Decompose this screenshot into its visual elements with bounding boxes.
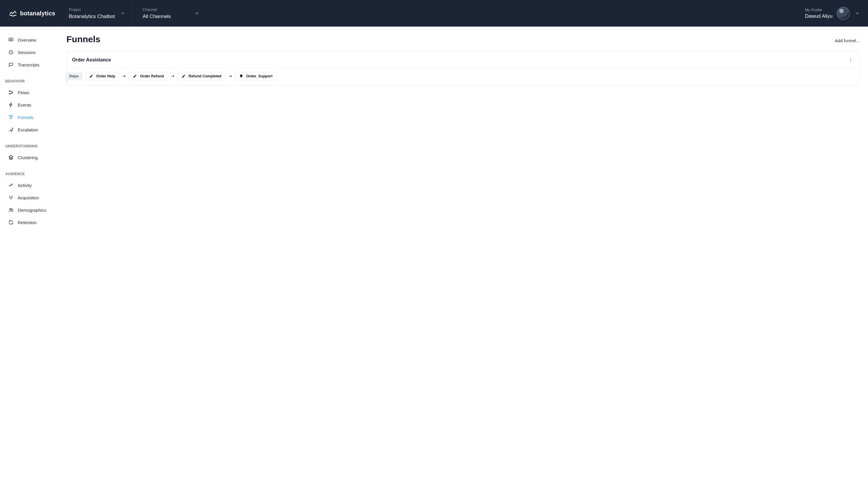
arrow-right-icon <box>171 74 175 78</box>
sidebar-section-understanding: UNDERSTANDING <box>0 136 58 151</box>
sidebar-item-label: Acquisition <box>18 195 39 200</box>
sidebar-item-overview[interactable]: Overview <box>0 34 58 46</box>
project-selector[interactable]: Project Botanalytics Chatbot <box>58 0 132 27</box>
profile-menu[interactable]: My Profile Dawud Aliyu <box>799 0 868 27</box>
chevron-down-icon <box>855 11 860 16</box>
channel-selector[interactable]: Channel All Channels <box>132 0 206 27</box>
brand-mark-icon <box>9 9 17 18</box>
svg-point-2 <box>9 91 10 92</box>
avatar <box>837 7 850 20</box>
escalation-icon <box>8 127 14 132</box>
sidebar-item-flows[interactable]: Flows <box>0 86 58 99</box>
sidebar-item-clustering[interactable]: Clustering <box>0 151 58 164</box>
funnel-step-chip[interactable]: Order Refund <box>129 72 168 80</box>
sidebar-item-label: Transcripts <box>18 62 40 67</box>
sidebar-item-label: Escalation <box>18 127 38 132</box>
topbar-spacer <box>206 0 799 27</box>
svg-point-4 <box>9 93 10 94</box>
pencil-icon <box>182 74 186 78</box>
sidebar-item-escalation[interactable]: Escalation <box>0 123 58 136</box>
sidebar-item-label: Retention <box>18 220 36 225</box>
project-value: Botanalytics Chatbot <box>69 14 121 20</box>
trend-icon <box>8 182 14 188</box>
funnel-step-chip[interactable]: Refund Completed <box>178 72 225 80</box>
sidebar-item-label: Funnels <box>18 115 33 120</box>
svg-point-5 <box>10 208 11 210</box>
top-bar: botanalytics Project Botanalytics Chatbo… <box>0 0 868 27</box>
brand-name: botanalytics <box>20 10 55 17</box>
chevron-down-icon <box>121 11 125 16</box>
page-title: Funnels <box>67 34 100 44</box>
sidebar-item-label: Events <box>18 102 31 107</box>
profile-label: My Profile <box>805 8 833 12</box>
sidebar-item-events[interactable]: Events <box>0 99 58 111</box>
sidebar-item-label: Demographics <box>18 207 46 213</box>
bolt-icon <box>8 102 14 107</box>
sidebar-item-label: Clustering <box>18 155 38 160</box>
funnel-step-label: Order Help <box>96 74 116 78</box>
layers-icon <box>8 155 14 160</box>
pencil-icon <box>133 74 137 78</box>
refresh-icon <box>8 220 14 225</box>
steps-label: Steps <box>66 72 82 80</box>
svg-point-8 <box>850 60 851 60</box>
clock-icon <box>8 50 14 55</box>
project-label: Project <box>69 7 121 12</box>
funnel-icon <box>8 115 14 120</box>
bulb-icon <box>239 74 243 78</box>
chevron-down-icon <box>195 11 199 16</box>
sidebar-item-label: Activity <box>18 183 32 188</box>
sidebar-item-retention[interactable]: Retention <box>0 216 58 228</box>
funnel-step-chip[interactable]: Order_Support <box>235 72 276 80</box>
funnel-step-label: Refund Completed <box>189 74 222 78</box>
funnel-step-label: Order Refund <box>140 74 164 78</box>
steps-row: Steps Order Help <box>67 72 854 80</box>
presentation-icon <box>8 37 14 43</box>
sidebar-item-label: Flows <box>18 90 29 95</box>
sidebar: Overview Sessions Transcripts BEHAVIOR F… <box>0 27 58 492</box>
svg-point-7 <box>850 58 851 59</box>
sidebar-item-label: Sessions <box>18 50 36 55</box>
funnel-title: Order Assistance <box>72 57 111 63</box>
svg-point-3 <box>12 92 13 93</box>
sidebar-item-sessions[interactable]: Sessions <box>0 46 58 58</box>
arrow-right-icon <box>228 74 232 78</box>
sidebar-section-audience: AUDIENCE <box>0 164 58 179</box>
sidebar-item-funnels[interactable]: Funnels <box>0 111 58 123</box>
add-funnel-button[interactable]: Add funnel... <box>835 38 860 43</box>
arrow-right-icon <box>122 74 126 78</box>
brand[interactable]: botanalytics <box>0 0 58 27</box>
flows-icon <box>8 90 14 95</box>
sidebar-section-behavior: BEHAVIOR <box>0 71 58 86</box>
sidebar-item-transcripts[interactable]: Transcripts <box>0 58 58 71</box>
funnel-step-chip[interactable]: Order Help <box>85 72 119 80</box>
channel-label: Channel <box>143 7 195 12</box>
svg-point-6 <box>11 209 13 210</box>
magnet-icon <box>8 195 14 200</box>
kebab-menu-icon[interactable] <box>847 56 854 64</box>
funnel-card: Order Assistance Steps Order Help <box>67 51 860 85</box>
svg-point-9 <box>850 61 851 62</box>
pencil-icon <box>89 74 93 78</box>
sidebar-item-label: Overview <box>18 38 36 43</box>
channel-value: All Channels <box>143 14 195 20</box>
people-icon <box>8 207 14 213</box>
funnel-step-label: Order_Support <box>246 74 273 78</box>
sidebar-item-activity[interactable]: Activity <box>0 179 58 191</box>
profile-name: Dawud Aliyu <box>805 13 833 19</box>
sidebar-item-demographics[interactable]: Demographics <box>0 204 58 216</box>
sidebar-item-acquisition[interactable]: Acquisition <box>0 191 58 204</box>
content: Funnels Add funnel... Order Assistance S… <box>58 27 868 492</box>
chat-icon <box>8 62 14 67</box>
